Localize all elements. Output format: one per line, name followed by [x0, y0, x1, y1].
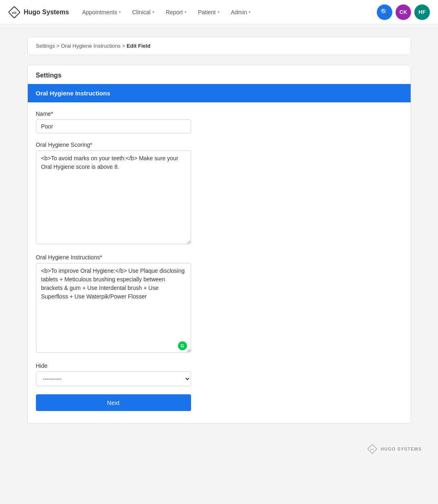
- navbar-actions: 🔍 CK HF: [377, 4, 430, 20]
- svg-text:HS: HS: [371, 448, 374, 451]
- breadcrumb-settings: Settings: [36, 43, 55, 49]
- instructions-textarea[interactable]: <b>To improve Oral Hygiene:</b> Use Plaq…: [36, 263, 191, 353]
- instructions-group: Oral Hygiene Instructions* <b>To improve…: [36, 254, 402, 354]
- footer-diamond-icon: HS: [367, 444, 377, 454]
- scoring-label: Oral Hygiene Scoring*: [36, 141, 402, 148]
- patient-caret-icon: ▾: [218, 10, 220, 14]
- settings-title: Settings: [28, 65, 411, 84]
- name-label: Name*: [36, 111, 402, 117]
- hide-group: Hide ---------- Yes No: [36, 363, 402, 386]
- breadcrumb-separator-1: >: [56, 43, 61, 49]
- hide-select[interactable]: ---------- Yes No: [36, 371, 191, 386]
- footer: HS HUGO SYSTEMS: [0, 436, 438, 462]
- avatar-hf[interactable]: HF: [414, 4, 430, 20]
- report-caret-icon: ▾: [185, 10, 187, 14]
- nav-appointments[interactable]: Appointments ▾: [77, 6, 126, 19]
- breadcrumb-oral-hygiene: Oral Hygiene Instructions: [61, 43, 120, 49]
- scoring-textarea-wrapper: <b>To avoid marks on your teeth:</b> Mak…: [36, 150, 191, 246]
- grammarly-icon: G: [178, 341, 187, 350]
- name-group: Name*: [36, 111, 402, 133]
- search-button[interactable]: 🔍: [377, 4, 392, 20]
- avatar-ck[interactable]: CK: [396, 4, 411, 20]
- name-input[interactable]: [36, 119, 191, 133]
- nav-admin[interactable]: Admin ▾: [226, 6, 256, 19]
- breadcrumb-separator-2: >: [122, 43, 127, 49]
- breadcrumb: Settings > Oral Hygiene Instructions > E…: [27, 37, 411, 55]
- footer-label: HUGO SYSTEMS: [380, 447, 422, 451]
- settings-card: Settings Oral Hygiene Instructions Name*…: [27, 65, 411, 424]
- main-content: Settings > Oral Hygiene Instructions > E…: [19, 37, 419, 424]
- form-body: Name* Oral Hygiene Scoring* <b>To avoid …: [28, 102, 411, 423]
- brand-name: Hugo Systems: [24, 9, 69, 16]
- nav-clinical[interactable]: Clinical ▾: [127, 6, 159, 19]
- nav-report[interactable]: Report ▾: [161, 6, 191, 19]
- instructions-textarea-wrapper: <b>To improve Oral Hygiene:</b> Use Plaq…: [36, 263, 191, 354]
- navbar: HS Hugo Systems Appointments ▾ Clinical …: [0, 0, 438, 24]
- hide-label: Hide: [36, 363, 402, 369]
- nav-patient[interactable]: Patient ▾: [193, 6, 225, 19]
- main-nav: Appointments ▾ Clinical ▾ Report ▾ Patie…: [77, 6, 369, 19]
- admin-caret-icon: ▾: [249, 10, 251, 14]
- scoring-textarea[interactable]: <b>To avoid marks on your teeth:</b> Mak…: [36, 150, 191, 244]
- section-header: Oral Hygiene Instructions: [28, 84, 411, 102]
- brand-logo[interactable]: HS Hugo Systems: [8, 6, 69, 18]
- clinical-caret-icon: ▾: [152, 10, 154, 14]
- appointments-caret-icon: ▾: [119, 10, 121, 14]
- avatar-hf-initials: HF: [418, 9, 425, 15]
- svg-text:HS: HS: [12, 11, 17, 15]
- avatar-ck-initials: CK: [400, 9, 407, 15]
- brand-diamond-icon: HS: [8, 6, 20, 18]
- search-icon: 🔍: [380, 8, 389, 16]
- breadcrumb-current: Edit Field: [127, 43, 151, 49]
- scoring-group: Oral Hygiene Scoring* <b>To avoid marks …: [36, 141, 402, 246]
- instructions-label: Oral Hygiene Instructions*: [36, 254, 402, 261]
- next-button[interactable]: Next: [36, 394, 191, 411]
